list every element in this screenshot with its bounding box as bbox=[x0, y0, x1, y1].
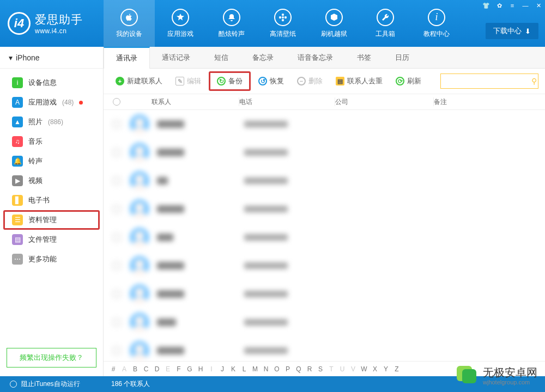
svg-point-4 bbox=[284, 16, 287, 18]
delete-button[interactable]: −删除 bbox=[292, 74, 328, 88]
menu-icon[interactable]: ≡ bbox=[506, 0, 519, 11]
tab-notes[interactable]: 备忘录 bbox=[240, 47, 286, 68]
table-row[interactable] bbox=[104, 336, 545, 361]
plus-icon: + bbox=[116, 77, 124, 85]
row-checkbox[interactable] bbox=[113, 318, 120, 326]
tab-voice-memos[interactable]: 语音备忘录 bbox=[286, 47, 345, 68]
table-row[interactable] bbox=[104, 167, 545, 195]
col-note[interactable]: 备注 bbox=[434, 97, 545, 107]
sidebar-item-videos[interactable]: ▶视频 bbox=[0, 171, 103, 191]
sidebar-item-ebooks[interactable]: ▋电子书 bbox=[0, 191, 103, 210]
row-checkbox[interactable] bbox=[113, 234, 120, 241]
table-row[interactable] bbox=[104, 138, 545, 167]
col-contact[interactable]: 联系人 bbox=[130, 97, 239, 107]
alpha-E[interactable]: E bbox=[162, 365, 173, 373]
backup-button[interactable]: ↻备份 bbox=[209, 71, 251, 91]
alpha-J[interactable]: J bbox=[217, 365, 228, 373]
box-icon bbox=[325, 9, 343, 26]
edit-button[interactable]: ✎编辑 bbox=[170, 74, 207, 88]
row-checkbox[interactable] bbox=[113, 205, 120, 213]
sidebar-item-photos[interactable]: ▲照片(886) bbox=[0, 112, 103, 132]
gear-icon[interactable]: ✿ bbox=[493, 0, 506, 11]
tab-sms[interactable]: 短信 bbox=[202, 47, 240, 68]
sidebar-item-apps[interactable]: A应用游戏(48) bbox=[0, 93, 103, 112]
block-itunes-toggle[interactable]: 阻止iTunes自动运行 bbox=[0, 379, 104, 389]
tab-calendar[interactable]: 日历 bbox=[383, 47, 421, 68]
alpha-W[interactable]: W bbox=[359, 365, 370, 373]
new-contact-button[interactable]: +新建联系人 bbox=[110, 74, 168, 88]
sidebar-item-music[interactable]: ♫音乐 bbox=[0, 132, 103, 151]
alpha-H[interactable]: H bbox=[195, 365, 206, 373]
wrench-icon bbox=[377, 9, 394, 26]
alpha-Z[interactable]: Z bbox=[391, 365, 402, 373]
col-phone[interactable]: 电话 bbox=[239, 97, 335, 107]
alpha-R[interactable]: R bbox=[304, 365, 315, 373]
select-all-checkbox[interactable] bbox=[113, 98, 120, 106]
nav-toolbox[interactable]: 工具箱 bbox=[360, 0, 411, 47]
alpha-A[interactable]: A bbox=[119, 365, 130, 373]
nav-ringtones[interactable]: 酷炫铃声 bbox=[206, 0, 257, 47]
restore-button[interactable]: ↺恢复 bbox=[253, 74, 289, 88]
row-checkbox[interactable] bbox=[113, 149, 120, 156]
alpha-Q[interactable]: Q bbox=[293, 365, 304, 373]
alpha-M[interactable]: M bbox=[250, 365, 261, 373]
nav-apps[interactable]: 应用游戏 bbox=[155, 0, 206, 47]
tab-bookmarks[interactable]: 书签 bbox=[345, 47, 383, 68]
row-checkbox[interactable] bbox=[113, 120, 120, 128]
alpha-T[interactable]: T bbox=[326, 365, 337, 373]
nav-jailbreak[interactable]: 刷机越狱 bbox=[308, 0, 360, 47]
sidebar-item-data-management[interactable]: ☰资料管理 bbox=[3, 210, 100, 230]
sidebar-item-device-info[interactable]: i设备信息 bbox=[0, 73, 103, 93]
alpha-F[interactable]: F bbox=[173, 365, 184, 373]
minimize-icon[interactable]: — bbox=[519, 0, 532, 11]
table-row[interactable] bbox=[104, 223, 545, 252]
nav-wallpapers[interactable]: 高清壁纸 bbox=[257, 0, 308, 47]
row-checkbox[interactable] bbox=[113, 347, 120, 354]
row-checkbox[interactable] bbox=[113, 177, 120, 185]
dedupe-icon: ▤ bbox=[336, 77, 344, 85]
sidebar-item-more[interactable]: ⋯更多功能 bbox=[0, 249, 103, 269]
alpha-K[interactable]: K bbox=[228, 365, 239, 373]
sidebar-item-files[interactable]: ▤文件管理 bbox=[0, 230, 103, 249]
alpha-U[interactable]: U bbox=[337, 365, 348, 373]
row-checkbox[interactable] bbox=[113, 290, 120, 298]
tab-call-log[interactable]: 通话记录 bbox=[150, 47, 202, 68]
alpha-I[interactable]: I bbox=[206, 365, 217, 373]
table-row[interactable] bbox=[104, 308, 545, 336]
refresh-button[interactable]: ⟳刷新 bbox=[390, 74, 427, 88]
app-header: i4 爱思助手 www.i4.cn 我的设备 应用游戏 酷炫铃声 高清壁纸 刷机… bbox=[0, 0, 545, 47]
alpha-Y[interactable]: Y bbox=[380, 365, 391, 373]
search-icon[interactable]: ⚲ bbox=[531, 77, 537, 85]
nav-tutorials[interactable]: i 教程中心 bbox=[411, 0, 462, 47]
alpha-G[interactable]: G bbox=[184, 365, 195, 373]
dedupe-button[interactable]: ▤联系人去重 bbox=[330, 74, 388, 88]
sub-tabs: 通讯录 通话记录 短信 备忘录 语音备忘录 书签 日历 bbox=[104, 47, 545, 69]
row-checkbox[interactable] bbox=[113, 262, 120, 270]
search-box[interactable]: ⚲ bbox=[440, 74, 538, 89]
alpha-B[interactable]: B bbox=[130, 365, 141, 373]
table-row[interactable] bbox=[104, 252, 545, 280]
shirt-icon[interactable]: 👕 bbox=[480, 0, 493, 11]
alpha-D[interactable]: D bbox=[152, 365, 162, 373]
table-row[interactable] bbox=[104, 110, 545, 138]
download-center-button[interactable]: 下载中心 ⬇ bbox=[486, 23, 538, 39]
tip-link[interactable]: 频繁出现操作失败？ bbox=[7, 348, 96, 367]
alpha-#[interactable]: # bbox=[108, 365, 119, 373]
alpha-O[interactable]: O bbox=[271, 365, 282, 373]
table-row[interactable] bbox=[104, 195, 545, 223]
alpha-C[interactable]: C bbox=[141, 365, 152, 373]
alpha-N[interactable]: N bbox=[261, 365, 271, 373]
tab-contacts[interactable]: 通讯录 bbox=[104, 47, 150, 69]
alpha-S[interactable]: S bbox=[315, 365, 326, 373]
alpha-P[interactable]: P bbox=[282, 365, 293, 373]
close-icon[interactable]: ✕ bbox=[532, 0, 545, 11]
nav-my-device[interactable]: 我的设备 bbox=[104, 0, 155, 47]
alpha-L[interactable]: L bbox=[239, 365, 250, 373]
search-input[interactable] bbox=[441, 77, 531, 85]
sidebar-item-ringtones[interactable]: 🔔铃声 bbox=[0, 151, 103, 171]
table-row[interactable] bbox=[104, 280, 545, 308]
device-selector[interactable]: ▾ iPhone bbox=[0, 47, 103, 69]
alpha-X[interactable]: X bbox=[370, 365, 380, 373]
alpha-V[interactable]: V bbox=[348, 365, 359, 373]
col-company[interactable]: 公司 bbox=[335, 97, 433, 107]
